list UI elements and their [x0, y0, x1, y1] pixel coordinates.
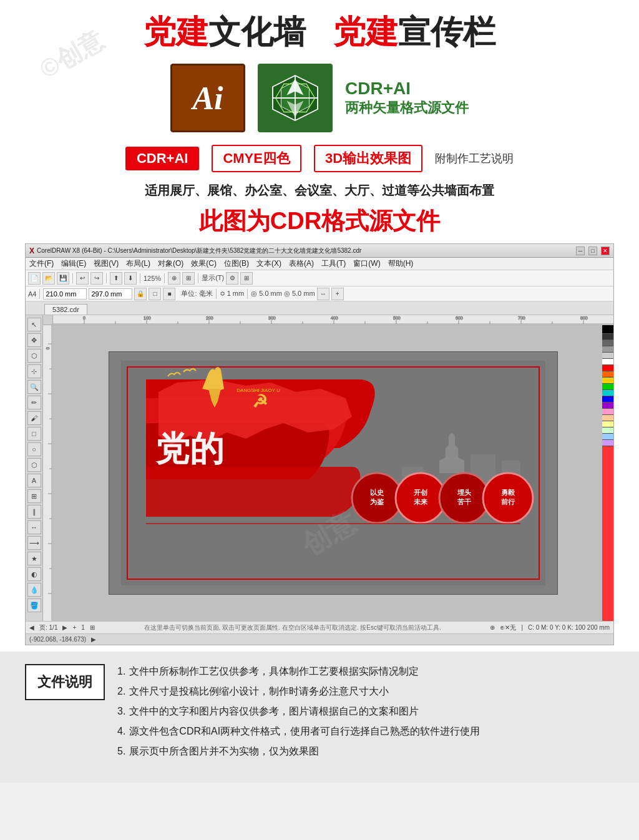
width-input[interactable]	[43, 288, 87, 300]
white-page: ☭ 党的 以史 为鉴 开创	[109, 351, 558, 595]
menu-window[interactable]: 窗口(W)	[353, 258, 380, 269]
height-input[interactable]	[89, 288, 132, 300]
swatch-bright-red[interactable]	[602, 446, 613, 621]
sep-t2-3	[247, 289, 248, 299]
svg-text:未来: 未来	[413, 498, 428, 505]
swatch-white[interactable]	[602, 359, 613, 365]
ruler-top: 0 100 200 300 400 500	[43, 315, 613, 325]
menu-edit[interactable]: 编辑(E)	[61, 258, 86, 269]
maximize-btn[interactable]: □	[588, 247, 597, 255]
swatch-yellow[interactable]	[602, 378, 613, 384]
swatch-red[interactable]	[602, 365, 613, 371]
canvas-main: 0	[43, 325, 613, 621]
corel-window: X CorelDRAW X8 (64-Bit) - C:\Users\Admin…	[25, 243, 614, 645]
tool-text-canvas[interactable]: A	[27, 474, 41, 487]
tool-options[interactable]: ⚙	[226, 272, 238, 285]
tool-extra[interactable]: ⊞	[240, 272, 253, 285]
tool-parallel[interactable]: ∥	[27, 505, 41, 519]
swatch-green[interactable]	[602, 384, 613, 390]
menu-bitmap[interactable]: 位图(B)	[224, 258, 249, 269]
menu-effects[interactable]: 效果(C)	[191, 258, 217, 269]
status-nav-next[interactable]: ▶	[62, 624, 67, 631]
close-btn[interactable]: ✕	[601, 247, 610, 255]
tool-export[interactable]: ⬇	[124, 272, 137, 285]
tool-new[interactable]: 📄	[28, 272, 41, 285]
swatch-lt-blue[interactable]	[602, 434, 613, 440]
plus-btn[interactable]: +	[331, 288, 344, 300]
svg-text:苦干: 苦干	[457, 498, 472, 505]
menu-help[interactable]: 帮助(H)	[388, 258, 414, 269]
menu-file[interactable]: 文件(F)	[29, 258, 54, 269]
swatch-lt-yellow[interactable]	[602, 421, 613, 427]
note-item-3: 文件中的文字和图片内容仅供参考，图片请根据自己的文案和图片	[117, 704, 614, 719]
badge-cdr-ai: CDR+AI	[125, 147, 200, 170]
title-suffix: 宣传栏	[398, 14, 495, 50]
title-wenhua: 文化墙	[208, 14, 333, 50]
tool-import[interactable]: ⬆	[110, 272, 122, 285]
desc-line: 适用展厅、展馆、办公室、会议室、大厅、过道等公共墙面布置	[25, 182, 614, 199]
menu-tools[interactable]: 工具(T)	[321, 258, 346, 269]
tool-grid[interactable]: ⊞	[182, 272, 195, 285]
icons-row: Ai CDR+AI 两种矢量格式源文件	[25, 64, 614, 132]
tool-selector-label: A4	[28, 290, 36, 298]
swatch-blue[interactable]	[602, 396, 613, 403]
tool-shape[interactable]: ⬡	[27, 349, 41, 363]
tool-polygon[interactable]: ⬡	[27, 458, 41, 472]
swatch-peach[interactable]	[602, 415, 613, 421]
display-label: 显示(T)	[202, 273, 224, 283]
lock-ratio-btn[interactable]: 🔒	[134, 288, 147, 300]
swatch-black[interactable]	[602, 325, 613, 334]
swatch-orange[interactable]	[602, 371, 613, 378]
svg-text:500: 500	[393, 316, 401, 320]
tool-dimension[interactable]: ↔	[27, 520, 41, 534]
tool-fill-canvas[interactable]: 🪣	[27, 598, 41, 612]
menu-layout[interactable]: 布局(L)	[126, 258, 150, 269]
tool-crop[interactable]: ⊹	[27, 364, 41, 378]
menu-object[interactable]: 对象(O)	[158, 258, 183, 269]
tool-undo[interactable]: ↩	[76, 272, 89, 285]
swatch-silver[interactable]	[602, 346, 613, 353]
status-add-page[interactable]: +	[72, 624, 76, 631]
swatch-purple[interactable]	[602, 403, 613, 409]
status-page-num: 1	[81, 624, 85, 631]
title-bar: X CorelDRAW X8 (64-Bit) - C:\Users\Admin…	[26, 244, 613, 258]
tool-save[interactable]: 💾	[57, 272, 69, 285]
swatch-lt-green[interactable]	[602, 427, 613, 434]
canvas-area: ↖ ✥ ⬡ ⊹ 🔍 ✏ 🖌 □ ○ ⬡ A ⊞ ∥ ↔ ⟶ ★ ◐ 💧 🪣	[26, 315, 613, 621]
status-page-info: 页: 1/1	[39, 623, 57, 632]
tool-rectangle[interactable]: □	[27, 427, 41, 441]
tool-ellipse[interactable]: ○	[27, 442, 41, 456]
swatch-light[interactable]	[602, 353, 613, 359]
swatch-gray[interactable]	[602, 340, 613, 346]
tool-effects-canvas[interactable]: ★	[27, 552, 41, 565]
menu-text[interactable]: 文本(X)	[256, 258, 281, 269]
transform-btn[interactable]: ↔	[317, 288, 329, 300]
canvas-with-ruler: 0 100 200 300 400 500	[43, 315, 613, 621]
tool-redo[interactable]: ↪	[90, 272, 103, 285]
status-nav-prev[interactable]: ◀	[29, 624, 34, 631]
menu-view[interactable]: 视图(V)	[94, 258, 119, 269]
menu-table[interactable]: 表格(A)	[289, 258, 314, 269]
minimize-btn[interactable]: ─	[576, 247, 585, 255]
swatch-cyan[interactable]	[602, 390, 613, 396]
tool-eyedrop[interactable]: 💧	[27, 583, 41, 597]
swatch-lt-purple[interactable]	[602, 440, 613, 446]
tool-zoom-canvas[interactable]: 🔍	[27, 380, 41, 394]
svg-text:700: 700	[518, 316, 525, 320]
tool-artistic[interactable]: 🖌	[27, 411, 41, 425]
tab-cdr[interactable]: 5382.cdr	[44, 304, 87, 315]
notes-list: 文件中所标制作工艺仅供参考，具体制作工艺要根据实际情况制定 文件尺寸是投稿比例缩…	[117, 664, 614, 759]
tool-pointer[interactable]: ↖	[27, 318, 41, 331]
tool-table-canvas[interactable]: ⊞	[27, 489, 41, 503]
tool-pick[interactable]: ✥	[27, 333, 41, 347]
no-fill-btn[interactable]: □	[149, 288, 161, 300]
swatch-dark[interactable]	[602, 334, 613, 340]
swatch-pink[interactable]	[602, 409, 613, 415]
tool-transparency[interactable]: ◐	[27, 567, 41, 581]
tool-connector[interactable]: ⟶	[27, 536, 41, 550]
tool-freehand[interactable]: ✏	[27, 396, 41, 409]
tool-open[interactable]: 📂	[42, 272, 55, 285]
fill-btn[interactable]: ■	[163, 288, 175, 300]
tool-snap[interactable]: ⊕	[168, 272, 180, 285]
svg-text:开创: 开创	[413, 489, 427, 496]
